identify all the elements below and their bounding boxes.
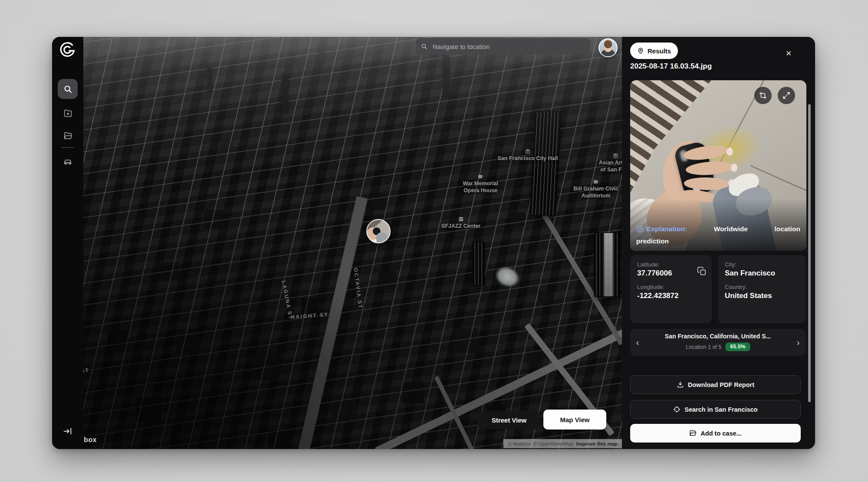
crop-icon [759, 92, 767, 99]
search-in-city-button[interactable]: Search in San Francisco [630, 400, 801, 419]
poi-asian-art-museum: Asian Art Muof San Fran [599, 153, 622, 173]
building-tower-market [595, 233, 620, 296]
geospy-logo [58, 42, 78, 59]
collapse-sidebar-button[interactable] [62, 426, 73, 437]
pin-icon [637, 47, 644, 54]
building-pillar-1 [282, 75, 288, 113]
close-panel-button[interactable]: ✕ [783, 47, 795, 59]
latitude-label: Latitude: [637, 261, 705, 268]
app-window: San Francisco City Hall War MemorialOper… [52, 37, 815, 449]
case-folder-icon [689, 430, 697, 437]
collapse-sidebar-icon [63, 426, 72, 436]
city-value: San Francisco [725, 269, 799, 278]
landmark-icon [613, 153, 618, 158]
poi-sfjazz: SFJAZZ Center [441, 216, 480, 230]
confidence-badge: 65.5% [726, 343, 750, 351]
search-input[interactable] [432, 43, 585, 51]
result-filename: 2025-08-17 16.03.54.jpg [630, 62, 712, 71]
landmark-icon [593, 179, 598, 184]
next-location-button[interactable]: › [792, 329, 805, 356]
poi-city-hall: San Francisco City Hall [498, 149, 558, 162]
latitude-value: 37.776006 [637, 269, 705, 278]
search-icon [63, 85, 72, 94]
sidebar-item-search[interactable] [58, 79, 78, 99]
sidebar-item-add-folder[interactable] [58, 103, 78, 123]
screenshot-stage: San Francisco City Hall War MemorialOper… [0, 0, 868, 482]
place-card: City: San Francisco Country: United Stat… [718, 255, 806, 323]
vehicle-icon [63, 157, 72, 166]
expand-photo-button[interactable] [778, 87, 795, 104]
landmark-icon [458, 216, 464, 222]
panel-scrollbar[interactable] [808, 104, 811, 402]
building-pillar-4 [320, 40, 325, 62]
photo-nail [731, 164, 737, 172]
add-to-case-button[interactable]: Add to case... [630, 424, 801, 443]
photo-nail [727, 148, 733, 156]
results-pill[interactable]: Results [630, 43, 678, 59]
result-photo[interactable]: Explanation: Worldwide location predicti… [630, 80, 806, 251]
expand-icon [783, 92, 790, 99]
user-avatar[interactable] [598, 38, 618, 57]
landmark-icon [525, 149, 531, 154]
map-view-button[interactable]: Map View [543, 410, 606, 430]
street-view-button[interactable]: Street View [478, 411, 540, 429]
building-tower-mid [473, 242, 484, 285]
location-title: San Francisco, California, United S... [646, 333, 790, 340]
attribution-mapbox[interactable]: © Mapbox [508, 441, 531, 446]
download-icon [677, 381, 684, 388]
magnifier-icon [421, 43, 427, 50]
street-label-partial-st: ST [83, 367, 90, 374]
mapbox-watermark: box [84, 436, 97, 444]
longitude-value: -122.423872 [637, 292, 705, 300]
building-pillar-3 [207, 68, 212, 92]
poi-opera-house: War MemorialOpera House [463, 174, 498, 194]
country-label: Country: [725, 284, 799, 290]
location-navigator: ‹ San Francisco, California, United S...… [630, 329, 806, 356]
crop-photo-button[interactable] [754, 87, 772, 104]
sidebar-item-cases[interactable] [58, 126, 78, 146]
improve-map-link[interactable]: Improve this map [576, 441, 618, 446]
sidebar [52, 37, 83, 449]
results-label: Results [648, 47, 671, 55]
building-pillar-2 [443, 51, 450, 97]
map-attribution: © Mapbox © OpenStreetMap Improve this ma… [503, 439, 622, 448]
landmark-icon [477, 174, 483, 179]
locate-icon [673, 406, 681, 413]
close-icon: ✕ [786, 49, 792, 58]
poi-bill-graham: Bill Graham CivicAuditorium [573, 179, 618, 199]
previous-location-button[interactable]: ‹ [631, 329, 644, 356]
folder-open-icon [63, 131, 72, 141]
results-panel: Results ✕ 2025-08-17 16.03.54.jpg [622, 37, 815, 449]
map-canvas[interactable]: San Francisco City Hall War MemorialOper… [83, 37, 622, 449]
longitude-label: Longitude: [637, 284, 705, 290]
map-search-bar[interactable] [416, 38, 590, 55]
photo-location-marker[interactable] [366, 219, 391, 243]
download-pdf-button[interactable]: Download PDF Report [630, 375, 801, 394]
city-label: City: [725, 261, 799, 268]
copy-coordinates-button[interactable] [697, 266, 707, 276]
attribution-osm[interactable]: © OpenStreetMap [533, 441, 574, 446]
country-value: United States [725, 292, 799, 300]
folder-plus-icon [63, 109, 72, 118]
sidebar-divider [61, 147, 74, 148]
coordinates-card: Latitude: 37.776006 Longitude: -122.4238… [630, 255, 712, 323]
chevron-right-icon: › [797, 338, 800, 348]
location-counter: Location 1 of 5 [686, 344, 721, 350]
explanation-text: Explanation: Worldwide location predicti… [636, 223, 800, 247]
explanation-icon [636, 226, 644, 233]
chevron-left-icon: ‹ [636, 338, 639, 348]
sidebar-item-vehicle[interactable] [58, 151, 78, 171]
